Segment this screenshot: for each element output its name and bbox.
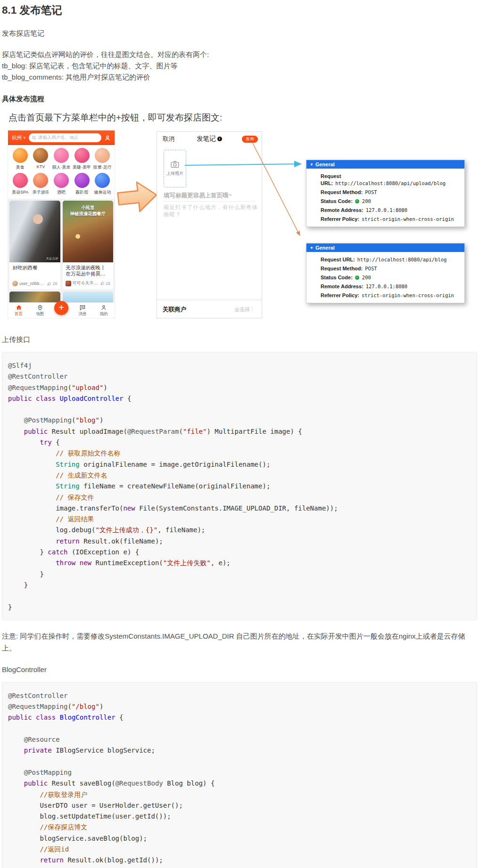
- network-row: Request URL:http://localhost:8080/api/bl…: [306, 255, 464, 264]
- code-line: } catch (IOException e) {: [8, 547, 471, 558]
- code-line: public Result saveBlog(@RequestBody Blog…: [8, 778, 471, 789]
- category-item[interactable]: 丽人·美发: [51, 148, 72, 170]
- map-pin-icon: [37, 304, 43, 311]
- panel-header[interactable]: ▼General: [306, 243, 464, 252]
- category-label: 轰趴馆: [75, 189, 88, 195]
- description-line: tb_blog_comments: 其他用户对探店笔记的评价: [2, 72, 477, 83]
- row-label: Status Code:: [321, 275, 353, 280]
- network-row: Request URL:http://localhost:8080/api/up…: [306, 172, 464, 188]
- category-item[interactable]: KTV: [31, 148, 51, 170]
- category-icon: [54, 173, 69, 188]
- thumb-up-icon: [47, 282, 51, 286]
- publish-button[interactable]: 发布: [242, 136, 258, 143]
- code-line: private IBlogService blogService;: [8, 745, 471, 756]
- row-label: Remote Address:: [321, 207, 363, 213]
- nav-item-add[interactable]: +: [53, 306, 70, 315]
- row-value: 127.0.0.1:8080: [366, 284, 408, 289]
- network-row: Request Method:POST: [306, 188, 464, 197]
- info-icon[interactable]: i: [217, 137, 222, 141]
- associate-shop-label: 关联商户: [163, 306, 186, 314]
- code-line: String originalFilename = image.getOrigi…: [8, 459, 471, 470]
- category-item[interactable]: 亲子游乐: [31, 173, 51, 195]
- note-editor-screenshot: 取消 发笔记 i 发布 上传照片 填写标题更容易上首页哦~ 最近打卡了什么地方，…: [157, 131, 262, 318]
- panel-body: Request URL:http://localhost:8080/api/up…: [306, 169, 464, 227]
- category-icon: [13, 148, 28, 163]
- status-green-dot-icon: [355, 199, 359, 203]
- status-green-dot-icon: [355, 276, 359, 280]
- upload-photo-button[interactable]: 上传照片: [164, 150, 186, 187]
- nav-label: 我的: [100, 311, 108, 317]
- code-line: image.transferTo(new File(SystemConstant…: [8, 503, 471, 514]
- network-row: Referrer Policy:strict-origin-when-cross…: [306, 291, 464, 300]
- associate-shop-row[interactable]: 关联商户 去选择 〉: [157, 301, 262, 318]
- collapse-triangle-icon: ▼: [310, 162, 314, 167]
- panel-header[interactable]: ▼General: [306, 160, 464, 169]
- flow-figure: 杭州 ∨ 请输入商户名、地点 美食KTV丽人·美发美睫·美甲按摩·足疗美容SPA…: [2, 128, 477, 324]
- nav-item-消息[interactable]: 消息: [74, 304, 91, 317]
- row-label: Referrer Policy:: [321, 216, 359, 222]
- code-line: try {: [8, 437, 471, 448]
- category-item[interactable]: 轰趴馆: [72, 173, 92, 195]
- description-block: 探店笔记类似点评网站的评价，往往是图文结合。对应的表有两个: tb_blog: …: [2, 49, 477, 83]
- code-line: @RestController: [8, 371, 471, 382]
- search-input[interactable]: 请输入商户名、地点: [29, 133, 101, 142]
- code-line: [8, 756, 471, 767]
- row-label: Remote Address:: [321, 284, 363, 289]
- card-title: 无尽浪漫的夜晚丨在万花丛中摇晃着红酒杯🍷品战斧牛排: [63, 262, 114, 277]
- category-item[interactable]: 按摩·足疗: [92, 148, 113, 170]
- category-item[interactable]: 健身运动: [92, 173, 113, 195]
- profile-icon[interactable]: [104, 135, 111, 141]
- nav-item-地图[interactable]: 地图: [32, 304, 49, 317]
- category-icon: [33, 173, 48, 188]
- code-line: @Resource: [8, 734, 471, 745]
- cancel-button[interactable]: 取消: [163, 135, 174, 143]
- code-line: //获取登录用户: [8, 789, 471, 800]
- card-title: 好吃的西餐: [9, 262, 60, 271]
- category-item[interactable]: 美容SPA: [10, 173, 31, 195]
- flow-arrow-icon: [116, 177, 159, 217]
- row-value: http://localhost:8080/api/blog: [357, 257, 447, 262]
- code-line: // 生成新文件名: [8, 470, 471, 481]
- content-input[interactable]: 最近打卡了什么地方，有什么新奇体验呢？: [164, 204, 262, 218]
- category-icon: [54, 148, 69, 163]
- nav-label: 消息: [79, 311, 87, 317]
- editor-header: 取消 发笔记 i 发布: [157, 132, 262, 146]
- code-line: public class UploadController {: [8, 393, 471, 404]
- row-value: POST: [365, 266, 377, 271]
- cards-row: 大众点评好吃的西餐user_n0bb8mxw16小苑里神秘浪漫花园餐厅无尽浪漫的…: [9, 201, 113, 289]
- card-photo: 小苑里神秘浪漫花园餐厅: [63, 201, 114, 262]
- likes-count[interactable]: 15: [100, 281, 110, 286]
- category-label: 美食: [16, 164, 25, 170]
- category-label: 健身运动: [94, 189, 111, 195]
- choose-shop-action[interactable]: 去选择 〉: [234, 306, 256, 313]
- home-icon: [16, 304, 22, 311]
- category-item[interactable]: 酒吧: [51, 173, 72, 195]
- title-input[interactable]: 填写标题更容易上首页哦~: [164, 192, 232, 200]
- category-icon: [74, 148, 90, 163]
- nav-item-首页[interactable]: 首页: [10, 304, 27, 317]
- category-item[interactable]: 美睫·美甲: [72, 148, 92, 170]
- network-row: Request Method:POST: [306, 264, 464, 273]
- user-icon: [100, 304, 107, 311]
- code-line: return Result.ok(fileName);: [8, 536, 471, 547]
- city-selector[interactable]: 杭州 ∨: [12, 134, 26, 141]
- category-icon: [33, 148, 48, 163]
- editor-title: 发笔记 i: [197, 135, 222, 143]
- subheading: 具体发布流程: [2, 95, 477, 104]
- nav-item-我的[interactable]: 我的: [95, 304, 112, 317]
- collapse-triangle-icon: ▼: [310, 246, 314, 250]
- row-value: strict-origin-when-cross-origin: [362, 216, 454, 222]
- editor-footer: 关联商户 去选择 〉: [157, 299, 262, 318]
- upload-api-label: 上传接口: [2, 334, 477, 345]
- row-value: strict-origin-when-cross-origin: [362, 292, 454, 298]
- code-line: [8, 404, 471, 415]
- panel-title: General: [315, 245, 335, 251]
- feed-card[interactable]: 大众点评好吃的西餐user_n0bb8mxw16: [9, 201, 60, 289]
- likes-count[interactable]: 16: [47, 281, 57, 286]
- add-note-button[interactable]: +: [54, 301, 68, 315]
- card-photo: 大众点评: [9, 201, 60, 262]
- code-line: @PostMapping: [8, 767, 471, 778]
- category-item[interactable]: 美食: [10, 148, 31, 170]
- feed-card[interactable]: 小苑里神秘浪漫花园餐厅无尽浪漫的夜晚丨在万花丛中摇晃着红酒杯🍷品战斧牛排可可今天…: [63, 201, 114, 289]
- row-value: 200: [362, 275, 371, 280]
